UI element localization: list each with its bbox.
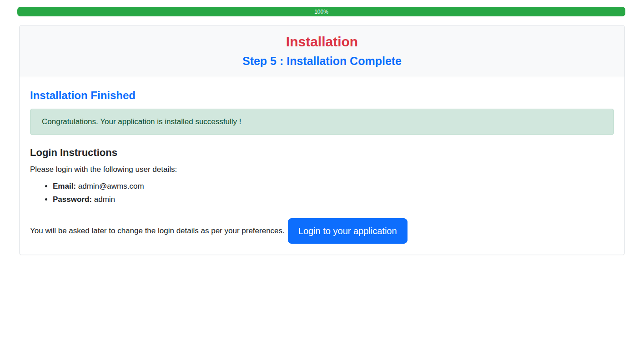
login-details-list: Email: admin@awms.com Password: admin	[30, 180, 614, 206]
login-instructions-heading: Login Instructions	[30, 147, 614, 158]
step-subtitle: Step 5 : Installation Complete	[29, 54, 615, 68]
login-intro-text: Please login with the following user det…	[30, 164, 614, 175]
note-row: You will be asked later to change the lo…	[30, 218, 614, 244]
progress-bar: 100%	[17, 7, 625, 16]
password-value: admin	[94, 195, 115, 204]
card-header: Installation Step 5 : Installation Compl…	[20, 25, 624, 77]
success-alert-message: Congratulations. Your application is ins…	[42, 117, 241, 126]
page-title: Installation	[29, 34, 615, 50]
preferences-note-text: You will be asked later to change the lo…	[30, 226, 285, 236]
list-item-password: Password: admin	[53, 193, 614, 206]
progress-track: 100%	[17, 7, 625, 16]
installation-card: Installation Step 5 : Installation Compl…	[19, 25, 625, 255]
email-label: Email:	[53, 182, 76, 191]
installation-page: 100% Installation Step 5 : Installation …	[0, 0, 644, 356]
email-value: admin@awms.com	[78, 182, 144, 191]
success-alert: Congratulations. Your application is ins…	[30, 109, 614, 135]
section-title-installation-finished: Installation Finished	[30, 90, 614, 101]
progress-label: 100%	[314, 9, 328, 15]
login-button[interactable]: Login to your application	[288, 218, 408, 244]
password-label: Password:	[53, 195, 92, 204]
list-item-email: Email: admin@awms.com	[53, 180, 614, 193]
card-body: Installation Finished Congratulations. Y…	[20, 90, 624, 255]
